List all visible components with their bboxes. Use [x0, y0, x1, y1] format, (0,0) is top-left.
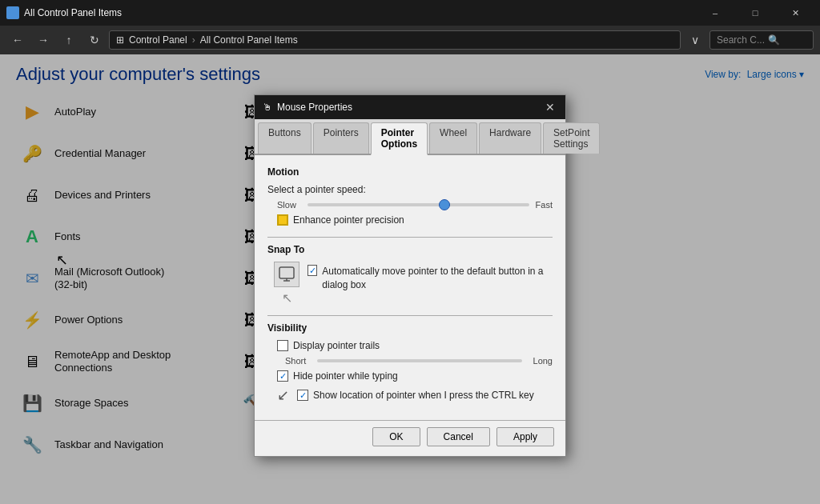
svg-rect-0 [279, 267, 294, 278]
slow-label: Slow [277, 200, 301, 210]
address-part1: Control Panel [129, 34, 187, 46]
navbar: ← → ↑ ↻ ⊞ Control Panel › All Control Pa… [0, 26, 820, 54]
visibility-title: Visibility [267, 322, 553, 334]
main-content: Adjust your computer's settings View by:… [0, 54, 820, 504]
back-button[interactable]: ← [6, 29, 29, 51]
snap-row: ↖ ✓ Automatically move pointer to the de… [267, 262, 553, 306]
mouse-properties-dialog: 🖱 Mouse Properties ✕ Buttons Pointers Po… [254, 94, 566, 457]
ok-button[interactable]: OK [372, 427, 420, 446]
address-part2: All Control Panel Items [200, 34, 298, 46]
address-sep: › [192, 34, 195, 46]
speed-thumb [439, 199, 450, 210]
titlebar: All Control Panel Items – □ ✕ [0, 0, 820, 26]
search-placeholder: Search C... [717, 34, 765, 46]
trail-slider[interactable] [317, 359, 522, 362]
hide-row[interactable]: ✓ Hide pointer while typing [267, 370, 553, 382]
snap-icon [274, 262, 299, 287]
address-icon: ⊞ [116, 34, 124, 46]
titlebar-left: All Control Panel Items [6, 6, 122, 19]
snap-title: Snap To [267, 244, 553, 255]
minimize-button[interactable]: – [697, 0, 734, 26]
enhance-precision-row[interactable]: Enhance pointer precision [267, 214, 553, 226]
dialog-icon: 🖱 [263, 102, 272, 113]
show-location-checkbox[interactable]: ✓ [297, 390, 308, 401]
fast-label: Fast [536, 200, 553, 210]
speed-desc: Select a pointer speed: [267, 184, 553, 195]
dialog-tabs: Buttons Pointers Pointer Options Wheel H… [255, 119, 565, 155]
motion-section: Motion Select a pointer speed: Slow Fast… [267, 166, 553, 226]
app-icon [6, 6, 19, 19]
address-dropdown[interactable]: ∨ [684, 29, 706, 51]
titlebar-controls: – □ ✕ [697, 0, 814, 26]
short-label: Short [285, 356, 311, 366]
dialog-close-button[interactable]: ✕ [543, 100, 557, 114]
tab-pointers[interactable]: Pointers [313, 122, 369, 154]
up-button[interactable]: ↑ [58, 29, 80, 51]
visibility-section: Visibility Display pointer trails Short … [267, 322, 553, 404]
snap-content: ✓ Automatically move pointer to the defa… [308, 265, 553, 292]
tab-pointer-options[interactable]: Pointer Options [371, 122, 428, 155]
snap-section: Snap To ↖ ✓ Aut [267, 244, 553, 306]
enhance-checkbox[interactable] [277, 214, 288, 226]
dialog-content: Motion Select a pointer speed: Slow Fast… [255, 155, 565, 420]
search-icon: 🔍 [768, 34, 780, 46]
snap-checkbox[interactable]: ✓ [308, 265, 317, 276]
trails-row[interactable]: Display pointer trails [267, 340, 553, 351]
search-bar[interactable]: Search C... 🔍 [709, 30, 814, 50]
motion-title: Motion [267, 166, 553, 178]
tab-wheel[interactable]: Wheel [429, 122, 477, 154]
long-label: Long [533, 356, 553, 366]
trails-checkbox[interactable] [277, 340, 288, 351]
window-title: All Control Panel Items [24, 7, 122, 18]
address-bar[interactable]: ⊞ Control Panel › All Control Panel Item… [109, 30, 681, 50]
hide-label: Hide pointer while typing [293, 370, 398, 382]
refresh-button[interactable]: ↻ [83, 29, 106, 51]
forward-button[interactable]: → [32, 29, 54, 51]
dialog-title-left: 🖱 Mouse Properties [263, 102, 352, 113]
divider-1 [267, 237, 553, 238]
trail-slider-row: Short Long [267, 356, 553, 366]
cancel-button[interactable]: Cancel [427, 427, 490, 446]
enhance-label: Enhance pointer precision [293, 214, 404, 226]
show-location-label: Show location of pointer when I press th… [313, 390, 534, 401]
dialog-title: Mouse Properties [277, 102, 352, 113]
tab-buttons[interactable]: Buttons [258, 122, 312, 154]
dialog-titlebar: 🖱 Mouse Properties ✕ [255, 95, 565, 119]
close-button[interactable]: ✕ [777, 0, 814, 26]
tab-setpoint[interactable]: SetPoint Settings [543, 122, 600, 154]
show-location-row[interactable]: ↙ ✓ Show location of pointer when I pres… [267, 386, 553, 404]
apply-button[interactable]: Apply [496, 427, 554, 446]
speed-slider-row: Slow Fast [267, 200, 553, 210]
snap-label: Automatically move pointer to the defaul… [322, 265, 553, 292]
speed-slider[interactable] [308, 203, 529, 206]
maximize-button[interactable]: □ [737, 0, 774, 26]
trails-label: Display pointer trails [293, 340, 380, 351]
divider-2 [267, 315, 553, 316]
tab-hardware[interactable]: Hardware [479, 122, 541, 154]
hide-checkbox[interactable]: ✓ [277, 370, 288, 382]
dialog-footer: OK Cancel Apply [255, 420, 565, 456]
